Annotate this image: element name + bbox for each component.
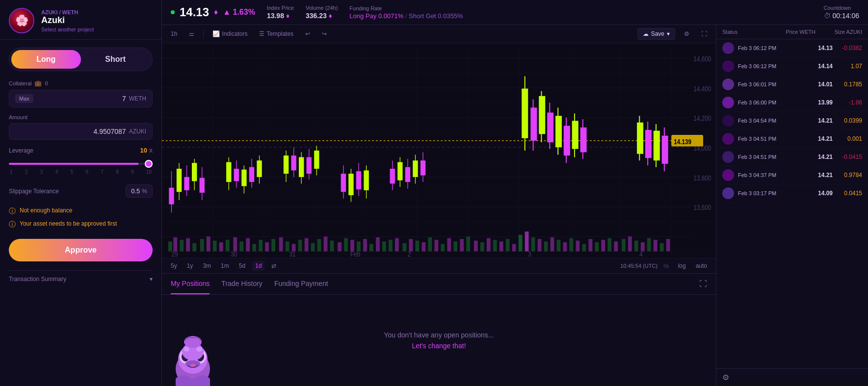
timeframe-1h-button[interactable]: 1h bbox=[168, 28, 180, 39]
tab-trade-history[interactable]: Trade History bbox=[221, 274, 263, 294]
leverage-slider[interactable] bbox=[9, 163, 153, 165]
svg-rect-22 bbox=[200, 239, 204, 251]
warning-approve: ⓘ Your asset needs to be approved first bbox=[9, 220, 153, 229]
svg-rect-166 bbox=[662, 136, 668, 164]
slippage-value[interactable]: 0.5 bbox=[131, 187, 140, 195]
countdown-section: Countdown ⏱ 00:14:06 bbox=[824, 5, 860, 20]
timeframe-1m[interactable]: 1m bbox=[218, 261, 232, 271]
trade-date: Feb 3 04:54 PM bbox=[738, 118, 808, 124]
cloud-icon: ☁ bbox=[643, 30, 649, 37]
svg-rect-68 bbox=[500, 241, 503, 251]
timeframe-5y[interactable]: 5y bbox=[168, 261, 180, 271]
svg-rect-85 bbox=[607, 238, 611, 252]
transaction-summary[interactable]: Transaction Summary ▾ bbox=[9, 270, 153, 287]
svg-rect-43 bbox=[338, 242, 342, 252]
svg-rect-72 bbox=[525, 232, 529, 251]
panel-settings-icon[interactable]: ⚙ bbox=[722, 373, 729, 382]
svg-rect-126 bbox=[341, 174, 346, 192]
save-button[interactable]: ☁ Save ▾ bbox=[637, 28, 675, 40]
clock-icon: ⏱ bbox=[824, 12, 831, 20]
trade-size: 1.07 bbox=[833, 63, 862, 70]
price-change: ▲ 1.63% bbox=[223, 8, 255, 17]
avatar[interactable] bbox=[9, 8, 34, 33]
empty-state-line2[interactable]: Let's change that! bbox=[412, 342, 466, 350]
trade-price: 14.21 bbox=[808, 117, 833, 124]
transaction-summary-label: Transaction Summary bbox=[9, 276, 66, 283]
svg-rect-82 bbox=[588, 239, 592, 251]
svg-rect-108 bbox=[234, 169, 239, 181]
long-button[interactable]: Long bbox=[11, 50, 81, 69]
trade-size: 0.1785 bbox=[833, 81, 862, 88]
timeframe-1y[interactable]: 1y bbox=[184, 261, 196, 271]
svg-rect-120 bbox=[299, 157, 304, 177]
svg-rect-91 bbox=[647, 238, 651, 252]
svg-rect-124 bbox=[314, 151, 319, 169]
amount-input[interactable] bbox=[15, 128, 126, 135]
indicators-button[interactable]: 📈 Indicators bbox=[210, 28, 250, 39]
max-button[interactable]: Max bbox=[15, 94, 33, 103]
trade-date: Feb 3 03:17 PM bbox=[738, 190, 808, 196]
svg-rect-132 bbox=[364, 170, 368, 190]
select-project-link[interactable]: Select another project bbox=[41, 26, 94, 32]
timeframe-1d[interactable]: 1d bbox=[252, 261, 264, 271]
warning-balance: ⓘ Not enough balance bbox=[9, 206, 153, 216]
funding-label: Funding Rate bbox=[349, 5, 463, 11]
collateral-input[interactable] bbox=[38, 95, 126, 103]
volume-label: Volume (24h) bbox=[306, 5, 338, 11]
log-button[interactable]: log bbox=[675, 261, 689, 271]
svg-rect-142 bbox=[421, 160, 425, 175]
fullscreen-button[interactable]: ⛶ bbox=[698, 28, 710, 39]
undo-button[interactable]: ↩ bbox=[302, 28, 313, 39]
svg-rect-50 bbox=[382, 241, 386, 251]
transaction-summary-arrow: ▾ bbox=[150, 276, 153, 283]
timeframe-5d[interactable]: 5d bbox=[236, 261, 248, 271]
tab-funding-payment[interactable]: Funding Payment bbox=[274, 274, 328, 294]
redo-button[interactable]: ↪ bbox=[319, 28, 330, 39]
chart-canvas[interactable]: 14,600 14,400 14,200 14,000 13,800 13,60… bbox=[162, 43, 716, 258]
countdown-value: ⏱ 00:14:06 bbox=[824, 12, 860, 20]
trade-avatar bbox=[722, 169, 734, 181]
settings-button[interactable]: ⚙ bbox=[681, 28, 692, 39]
price-section: 14.13 ♦ ▲ 1.63% bbox=[171, 5, 255, 19]
long-short-toggle: Long Short bbox=[9, 48, 153, 71]
pepe-mascot bbox=[171, 332, 215, 386]
svg-rect-162 bbox=[645, 130, 652, 158]
svg-rect-33 bbox=[271, 239, 275, 251]
svg-rect-52 bbox=[395, 238, 399, 252]
col-status: Status bbox=[722, 29, 769, 35]
svg-rect-29 bbox=[246, 238, 250, 252]
svg-rect-81 bbox=[582, 244, 586, 251]
chart-type-button[interactable]: ⚌ bbox=[186, 28, 197, 39]
svg-rect-74 bbox=[538, 239, 542, 251]
trade-date: Feb 3 06:12 PM bbox=[738, 63, 808, 69]
trade-row: Feb 3 04:37 PM14.210.9784 bbox=[716, 166, 868, 184]
col-price: Price WETH bbox=[769, 29, 815, 35]
expand-button[interactable]: ⛶ bbox=[699, 280, 707, 288]
svg-rect-53 bbox=[403, 243, 407, 252]
timeframe-3m[interactable]: 3m bbox=[200, 261, 214, 271]
svg-rect-100 bbox=[184, 177, 189, 190]
svg-rect-98 bbox=[177, 169, 182, 192]
svg-rect-154 bbox=[564, 126, 570, 155]
tab-my-positions[interactable]: My Positions bbox=[171, 274, 210, 294]
countdown-label: Countdown bbox=[824, 5, 860, 11]
trade-avatar bbox=[722, 97, 734, 108]
leverage-row: Leverage 10 X 1 2 3 4 5 6 7 8 9 10 bbox=[9, 147, 153, 181]
short-button[interactable]: Short bbox=[81, 50, 151, 69]
svg-text:3: 3 bbox=[528, 250, 531, 258]
auto-button[interactable]: auto bbox=[693, 261, 710, 271]
chart-main: 1h ⚌ 📈 Indicators ☰ Templates ↩ ↪ ☁ Save bbox=[162, 25, 716, 386]
templates-button[interactable]: ☰ Templates bbox=[256, 28, 296, 39]
index-price-label: Index Price bbox=[267, 5, 294, 11]
svg-rect-40 bbox=[317, 239, 321, 251]
chart-toolbar: 1h ⚌ 📈 Indicators ☰ Templates ↩ ↪ ☁ Save bbox=[162, 25, 716, 43]
compare-button[interactable]: ⇄ bbox=[268, 260, 279, 271]
svg-rect-73 bbox=[531, 237, 535, 252]
svg-rect-112 bbox=[249, 167, 254, 182]
header-text: AZUKI / WETH Azuki Select another projec… bbox=[41, 9, 94, 32]
svg-text:14,600: 14,600 bbox=[694, 55, 711, 63]
svg-rect-69 bbox=[506, 239, 510, 251]
chart-area: 1h ⚌ 📈 Indicators ☰ Templates ↩ ↪ ☁ Save bbox=[162, 25, 868, 386]
trade-avatar bbox=[722, 60, 734, 72]
approve-button[interactable]: Approve bbox=[9, 239, 153, 261]
